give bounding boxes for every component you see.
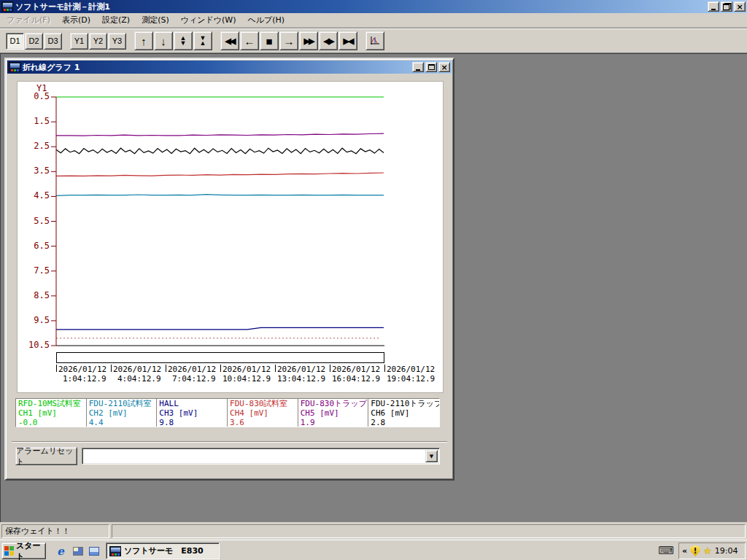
alarm-combobox-input[interactable] [84,450,427,462]
system-tray: « ! ★ 19:04 [678,542,746,559]
menu-item-w[interactable]: ウィンドウ(W) [175,13,242,27]
graph-window-titlebar[interactable]: 折れ線グラフ 1 × [7,61,452,74]
app-icon [109,546,121,556]
y-tick-label: 9.5 [20,315,50,325]
legend-cell-ch5: FDU-830トラップCH5 [mV]1.9 [298,399,369,427]
status-bar: 保存ウェイト！！ [0,522,747,540]
taskbar: スタート e ソフトサーモ E830 ⌨ « ! ★ 19:04 [0,540,747,560]
legend-current-value: 9.8 [159,418,225,427]
menu-item-d[interactable]: 表示(D) [56,13,96,27]
fast-back-icon: ◀◀ [225,36,235,46]
x-tick-date: 2026/01/12 [168,365,216,374]
y-tick-label: 1.5 [20,116,50,126]
x-tick-mark [330,365,330,372]
toolbar-pan-down-button[interactable]: ↓ [154,31,173,50]
y-tick-label: 2.5 [20,141,50,151]
menu-item-s[interactable]: 測定(S) [136,13,175,27]
x-tick-time: 13:04:12.9 [277,374,325,384]
toolbar-d3-button[interactable]: D3 [44,33,62,50]
start-button[interactable]: スタート [1,542,46,559]
toolbar-expand-y-button[interactable]: ▲▼ [174,31,193,50]
toolbar-y3-button[interactable]: Y3 [108,33,126,50]
legend-sensor-name: HALL [159,399,225,408]
y-tick-label: 5.5 [20,216,50,226]
app-icon [1,1,13,12]
legend-cell-ch1: RFD-10MS試料室CH1 [mV]-0.0 [16,399,87,427]
chevron-down-icon: ▼ [430,454,433,459]
toolbar-stop-button[interactable]: ■ [260,31,279,50]
legend-channel-label: CH5 [mV] [301,408,366,418]
legend-channel-label: CH3 [mV] [159,408,225,418]
minimize-icon [416,69,420,71]
series-ch2 [56,195,384,196]
tray-chevron-icon[interactable]: « [682,546,687,556]
ie-glyph: e [57,545,64,558]
y-tick-label: 0.5 [20,91,50,101]
alarm-combobox: ▼ [82,448,440,464]
main-window-title: ソフトサーモ計測－計測1 [15,1,706,12]
x-tick-mark [111,365,112,372]
separator [12,441,447,443]
channel-legend: RFD-10MS試料室CH1 [mV]-0.0FDU-2110試料室CH2 [m… [15,398,440,427]
chart-canvas [18,82,443,392]
graph-maximize-button[interactable] [425,62,437,72]
taskbar-app-button[interactable]: ソフトサーモ E830 [106,542,220,559]
toolbar-graph-setup-button[interactable] [365,31,384,50]
graph-window-title: 折れ線グラフ 1 [23,62,411,73]
toolbar-fast-forward-button[interactable]: ▶▶ [299,31,318,50]
x-tick-date: 2026/01/12 [387,365,435,374]
minimize-button[interactable] [708,1,719,12]
star-icon[interactable]: ★ [703,545,712,556]
expand-x-icon: ◀▶ [324,36,333,46]
toolbar-compress-y-button[interactable]: ▼▲ [193,31,212,50]
taskbar-app-label: ソフトサーモ E830 [124,545,204,556]
quicklaunch-show-desktop-icon[interactable] [71,545,85,558]
legend-cell-ch4: FDU-830試料室CH4 [mV]3.6 [228,399,298,427]
menu-bar: ファイル(F)表示(D)設定(Z)測定(S)ウィンドウ(W)ヘルプ(H) [0,13,747,28]
x-tick-time: 1:04:12.9 [63,374,107,384]
x-tick-time: 7:04:12.9 [172,374,216,384]
legend-current-value: -0.0 [18,418,84,427]
graph-close-button[interactable]: × [438,62,450,72]
keyboard-layout-icon[interactable]: ⌨ [658,544,674,557]
legend-cell-ch2: FDU-2110試料室CH2 [mV]4.4 [87,399,158,427]
x-tick-time: 4:04:12.9 [117,374,161,384]
legend-cell-ch3: HALLCH3 [mV]9.8 [157,399,228,427]
toolbar-d2-button[interactable]: D2 [25,33,43,50]
menu-item-z[interactable]: 設定(Z) [96,13,136,27]
menu-item-f[interactable]: ファイル(F) [1,13,56,27]
stop-icon: ■ [266,35,272,47]
toolbar-expand-x-button[interactable]: ◀▶ [319,31,338,50]
legend-channel-label: CH6 [mV] [371,408,437,418]
alarm-reset-button[interactable]: アラームリセット [15,447,77,465]
toolbar-step-forward-button[interactable]: → [279,31,298,50]
menu-item-h[interactable]: ヘルプ(H) [241,13,290,27]
toolbar-y2-button[interactable]: Y2 [89,33,107,50]
close-icon: × [441,63,447,72]
legend-channel-label: CH2 [mV] [89,408,155,418]
combobox-dropdown-button[interactable]: ▼ [425,450,438,462]
step-forward-icon: → [284,35,295,47]
toolbar-step-back-button[interactable]: ← [240,31,259,50]
security-shield-icon[interactable]: ! [690,545,700,556]
graph-minimize-button[interactable] [412,62,424,72]
mdi-area: 折れ線グラフ 1 × Y1 0.51.52.53.54.55.56.57.58.… [0,53,747,522]
toolbar-d1-button[interactable]: D1 [6,33,24,50]
x-tick-date: 2026/01/12 [332,365,380,374]
legend-sensor-name: FDU-830トラップ [301,399,366,408]
x-tick-mark [275,365,276,372]
quicklaunch-outlook-icon[interactable] [88,545,101,558]
start-label: スタート [16,540,45,560]
restore-button[interactable] [721,1,732,12]
y-tick-label: 10.5 [20,340,50,350]
toolbar-fast-back-button[interactable]: ◀◀ [220,31,239,50]
quicklaunch-ie-icon[interactable]: e [54,545,67,558]
windows-logo-icon [4,546,14,556]
toolbar: D1D2D3Y1Y2Y3↑↓▲▼▼▲◀◀←■→▶▶◀▶▶◀ [0,28,747,52]
toolbar-compress-x-button[interactable]: ▶◀ [338,31,357,50]
toolbar-y1-button[interactable]: Y1 [70,33,88,50]
y-tick-label: 8.5 [20,290,50,300]
series-ch6 [56,148,384,154]
close-button[interactable]: × [734,1,746,12]
toolbar-pan-up-button[interactable]: ↑ [134,31,153,50]
